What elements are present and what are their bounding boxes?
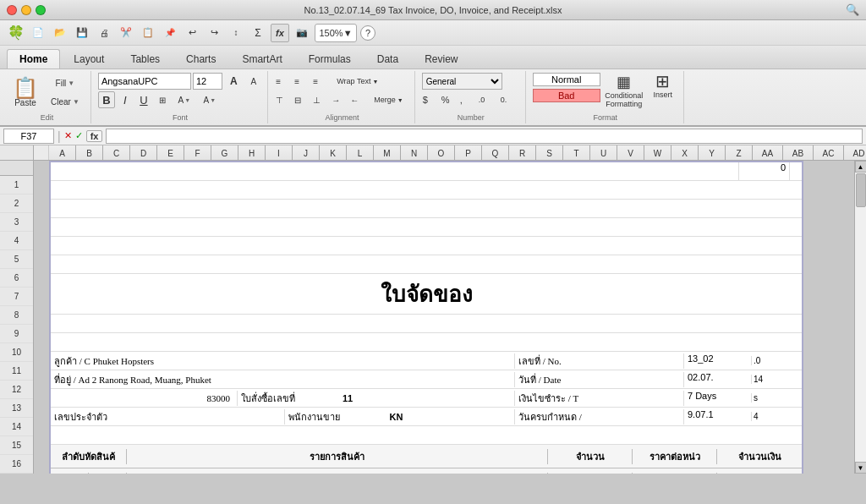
cell-zip[interactable]: 83000 — [51, 393, 237, 403]
redo-button[interactable]: ↪ — [205, 24, 223, 42]
col-R[interactable]: R — [509, 145, 536, 160]
row-5[interactable]: 5 — [0, 250, 33, 269]
col-AA[interactable]: AA — [753, 145, 783, 160]
subheader-code[interactable]: Code — [89, 473, 127, 474]
col-M[interactable]: M — [374, 145, 401, 160]
fill-dropdown-icon[interactable]: ▼ — [68, 79, 74, 87]
italic-button[interactable]: I — [117, 91, 134, 108]
cell-right-1[interactable]: 0 — [739, 162, 790, 180]
number-format-select[interactable]: General — [422, 73, 502, 90]
name-box[interactable] — [3, 129, 54, 144]
align-center-button[interactable]: ≡ — [293, 73, 310, 90]
cell-terms-label[interactable]: เงินไขซำระ / T — [515, 391, 683, 406]
fill-button[interactable]: Fill ▼ — [50, 74, 81, 91]
align-bottom-button[interactable]: ⊥ — [312, 91, 329, 108]
formula-button[interactable]: fx — [271, 24, 289, 42]
col-D[interactable]: D — [130, 145, 157, 160]
col-header-no[interactable]: ลำดับหัดสินค้ — [51, 449, 127, 464]
formula-input[interactable] — [106, 129, 863, 144]
align-right-button[interactable]: ≡ — [312, 73, 329, 90]
paste-button[interactable]: 📋 Paste — [8, 73, 42, 112]
row-7[interactable]: 7 — [0, 288, 33, 306]
tab-tables[interactable]: Tables — [118, 49, 173, 68]
font-name-input[interactable] — [98, 73, 191, 90]
col-header-unit[interactable]: ราคาต่อหน่ว — [633, 449, 717, 464]
open-button[interactable]: 📂 — [51, 24, 69, 42]
conditional-formatting-button[interactable]: ▦ Conditional Formatting — [606, 73, 643, 109]
sort-button[interactable]: ↕ — [227, 24, 245, 42]
font-color-button[interactable]: A ▼ — [198, 91, 222, 108]
tab-data[interactable]: Data — [364, 49, 411, 68]
wrap-text-button[interactable]: Wrap Text ▼ — [331, 73, 384, 90]
col-H[interactable]: H — [238, 145, 266, 160]
minimize-button[interactable] — [21, 5, 31, 15]
subheader-amount[interactable]: Amount — [717, 473, 802, 474]
cell-1[interactable] — [51, 162, 739, 180]
currency-button[interactable]: $ — [422, 91, 439, 108]
underline-button[interactable]: U — [135, 91, 152, 108]
cell-po-val[interactable]: 11 — [339, 393, 353, 403]
font-size-input[interactable] — [193, 73, 222, 90]
cell-due-val[interactable]: 9.07.1 — [683, 409, 751, 425]
search-icon[interactable]: 🔍 — [846, 3, 859, 16]
cell-no-label[interactable]: เลขที่ / No. — [515, 353, 683, 369]
cell-salesperson-label[interactable]: พนักงานขาย — [285, 409, 386, 425]
cell-due-label[interactable]: วันครบกำหนด / — [515, 409, 683, 425]
new-button[interactable]: 📄 — [29, 24, 47, 42]
formula-function-button[interactable]: fx — [86, 130, 103, 142]
row-1[interactable]: 1 — [0, 176, 33, 194]
col-Q[interactable]: Q — [482, 145, 509, 160]
col-F[interactable]: F — [184, 145, 211, 160]
tab-charts[interactable]: Charts — [173, 49, 228, 68]
grid-row-7[interactable]: ใบจัดของ — [51, 274, 802, 315]
cell-far-right-12[interactable]: s — [751, 393, 802, 403]
row-2[interactable]: 2 — [0, 194, 33, 213]
cell-address[interactable]: ที่อยู่ / Ad 2 Ranong Road, Muang, Phuke… — [51, 372, 514, 387]
subheader-desc[interactable]: Description — [127, 473, 548, 474]
cell-no-val[interactable]: 13_02 — [683, 353, 751, 369]
col-AC[interactable]: AC — [814, 145, 844, 160]
camera-button[interactable]: 📷 — [293, 24, 311, 42]
align-top-button[interactable]: ⊤ — [275, 91, 292, 108]
col-header-qty[interactable]: จำนวน — [548, 449, 633, 464]
copy-button[interactable]: 📋 — [139, 24, 157, 42]
align-left-button[interactable]: ≡ — [275, 73, 292, 90]
vertical-scrollbar[interactable]: ▲ ▼ — [854, 161, 866, 474]
row-11[interactable]: 11 — [0, 362, 33, 381]
maximize-button[interactable] — [36, 5, 46, 15]
row-13[interactable]: 13 — [0, 399, 33, 418]
insert-button[interactable]: ⊞ Insert — [648, 73, 678, 99]
normal-style[interactable]: Normal — [533, 73, 600, 86]
col-header-amount[interactable]: จำนวนเงิน — [717, 449, 802, 464]
col-V[interactable]: V — [617, 145, 644, 160]
cell-date-val[interactable]: 02.07. — [683, 372, 751, 387]
col-N[interactable]: N — [401, 145, 428, 160]
col-E[interactable]: E — [157, 145, 184, 160]
merge-button[interactable]: Merge ▼ — [368, 91, 408, 108]
close-button[interactable] — [7, 5, 17, 15]
scroll-track[interactable] — [855, 173, 867, 462]
col-J[interactable]: J — [293, 145, 320, 160]
col-C[interactable]: C — [103, 145, 130, 160]
save-button[interactable]: 💾 — [73, 24, 91, 42]
cut-button[interactable]: ✂️ — [117, 24, 135, 42]
cell-po-label[interactable]: ใบสั่งซื้อเลขที่ — [238, 391, 339, 406]
increase-font-button[interactable]: A — [224, 73, 244, 90]
row-12[interactable]: 12 — [0, 381, 33, 399]
paste-qt-button[interactable]: 📌 — [161, 24, 179, 42]
row-6[interactable]: 6 — [0, 269, 33, 288]
percent-button[interactable]: % — [441, 91, 458, 108]
bad-style[interactable]: Bad — [533, 89, 600, 102]
row-16[interactable]: 16 — [0, 455, 33, 474]
formula-confirm[interactable]: ✓ — [75, 130, 83, 141]
col-L[interactable]: L — [347, 145, 374, 160]
clear-button[interactable]: Clear ▼ — [45, 93, 85, 110]
undo-button[interactable]: ↩ — [183, 24, 201, 42]
col-O[interactable]: O — [428, 145, 455, 160]
subheader-qty[interactable]: Quantity — [548, 473, 633, 474]
col-B[interactable]: B — [76, 145, 103, 160]
align-middle-button[interactable]: ⊟ — [293, 91, 310, 108]
col-X[interactable]: X — [671, 145, 699, 160]
help-button[interactable]: ? — [360, 25, 375, 41]
row-14[interactable]: 14 — [0, 418, 33, 436]
